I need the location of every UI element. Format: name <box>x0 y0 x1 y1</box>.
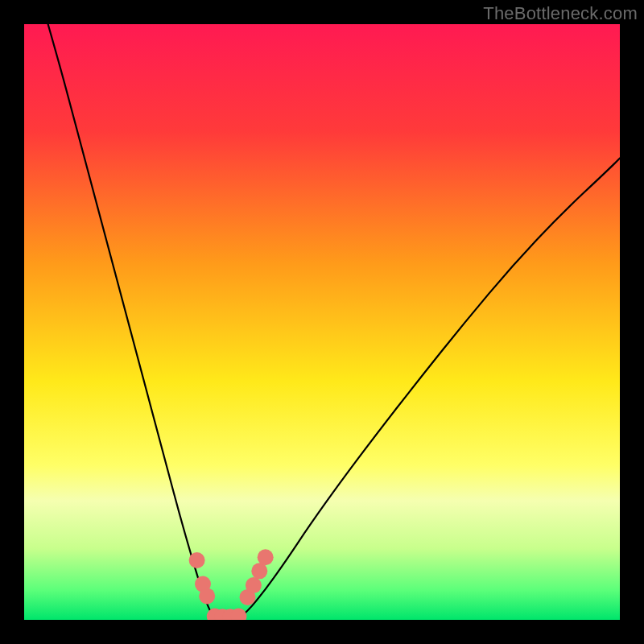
left-dot-3 <box>199 588 215 604</box>
right-dot-4 <box>258 549 274 565</box>
gradient-background <box>24 24 620 620</box>
chart-svg <box>24 24 620 620</box>
right-dot-3 <box>251 563 267 579</box>
plot-area <box>24 24 620 620</box>
right-dot-2 <box>246 577 262 593</box>
watermark-text: TheBottleneck.com <box>483 3 638 24</box>
outer-frame: TheBottleneck.com <box>0 0 644 644</box>
left-dot-1 <box>189 552 205 568</box>
